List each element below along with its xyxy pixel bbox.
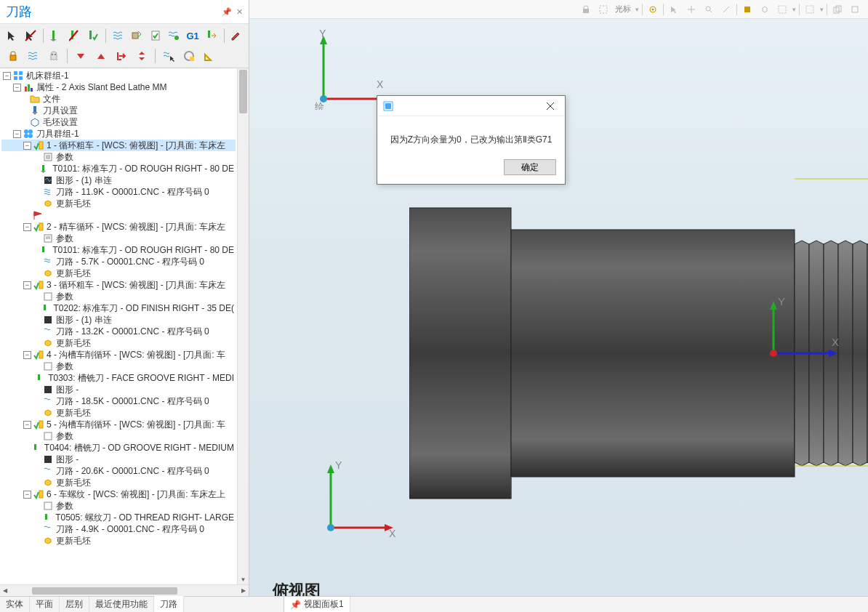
tool-settings-icon [29, 105, 41, 116]
tool-icon [40, 302, 52, 314]
pin-icon[interactable]: 📌 [222, 7, 232, 17]
waves2-icon[interactable] [25, 47, 42, 65]
path-icon [42, 186, 54, 198]
arrow-icon[interactable] [667, 2, 681, 17]
waves-dot-icon[interactable] [166, 27, 182, 44]
axis-gnomon-right: Y X [737, 295, 846, 392]
svg-rect-45 [44, 386, 52, 393]
vertical-scrollbar[interactable]: ▲ ▼ [237, 68, 249, 584]
clip-icon[interactable] [848, 2, 862, 17]
tool-green-icon[interactable] [48, 27, 64, 44]
expand-icon[interactable]: − [23, 142, 31, 150]
params-icon [42, 151, 54, 163]
op-icon [33, 221, 44, 233]
angle-icon[interactable] [201, 47, 218, 65]
display-icon[interactable] [775, 2, 789, 17]
cursor-label: 光标 [615, 4, 631, 15]
cross-icon[interactable] [684, 2, 699, 17]
circle-yellow-icon[interactable] [180, 47, 198, 65]
svg-point-24 [24, 134, 28, 138]
tab-solid[interactable]: 实体 [0, 597, 30, 612]
box-arrow-icon[interactable] [129, 27, 145, 44]
svg-text:Y: Y [778, 295, 785, 307]
stock-label[interactable]: 更新毛坯 [56, 197, 91, 210]
copy-icon[interactable] [830, 2, 845, 17]
dialog-close-button[interactable] [540, 99, 560, 113]
lock-icon[interactable] [4, 47, 22, 65]
gear-icon[interactable] [646, 2, 660, 17]
tab-plane[interactable]: 平面 [30, 597, 60, 612]
path-icon [42, 395, 54, 407]
tool-arrow-icon[interactable] [204, 27, 220, 44]
edit-icon[interactable] [228, 27, 244, 44]
deselect-icon[interactable] [23, 27, 39, 44]
path-icon [42, 465, 54, 477]
operations-tree[interactable]: −机床群组-1 −属性 - 2 Axis Slant Bed Lathe MM … [0, 68, 237, 584]
lock-small-icon[interactable] [579, 2, 593, 17]
updown-icon[interactable] [133, 47, 150, 65]
svg-rect-31 [42, 165, 44, 171]
svg-text:Y: Y [335, 459, 342, 471]
params-icon [42, 500, 54, 512]
op-icon [33, 279, 44, 291]
expand-icon[interactable]: − [13, 84, 21, 92]
tool-icon [41, 512, 53, 523]
stock-label[interactable]: 更新毛坯 [56, 534, 91, 547]
geom-icon [42, 454, 54, 465]
horizontal-scrollbar[interactable]: ◀ ▶ [0, 584, 249, 596]
grid-icon[interactable] [803, 2, 817, 17]
svg-rect-54 [600, 6, 607, 13]
close-icon[interactable]: ✕ [236, 7, 243, 17]
cube-icon[interactable] [758, 2, 772, 17]
svg-rect-48 [34, 444, 36, 450]
dialog-ok-button[interactable]: 确定 [504, 159, 556, 175]
g1-icon[interactable]: G1 [185, 27, 201, 44]
waves-select-icon[interactable] [160, 47, 177, 65]
line-icon[interactable] [719, 2, 734, 17]
axis-gnomon-bl: Y X [322, 459, 402, 541]
flag-icon [32, 209, 44, 221]
select-icon[interactable] [4, 27, 20, 44]
tool-red-icon[interactable] [67, 27, 83, 44]
clipboard-icon[interactable] [148, 27, 164, 44]
svg-rect-16 [14, 76, 17, 80]
expand-icon[interactable]: − [3, 72, 11, 80]
svg-rect-51 [44, 502, 52, 510]
svg-rect-1 [52, 31, 55, 39]
expand-icon[interactable]: − [23, 351, 31, 359]
svg-rect-41 [44, 316, 52, 323]
expand-icon[interactable]: − [23, 421, 31, 429]
tab-toolpath[interactable]: 刀路 [154, 596, 184, 612]
stock-icon [29, 116, 41, 128]
svg-line-61 [723, 7, 729, 12]
svg-rect-37 [42, 246, 44, 252]
tab-recent[interactable]: 最近使用功能 [89, 597, 154, 612]
viewport-tab-1[interactable]: 📌视图面板1 [284, 597, 350, 612]
svg-rect-18 [25, 86, 27, 92]
expand-icon[interactable]: − [23, 281, 31, 289]
op-icon [33, 140, 44, 151]
up-triangle-icon[interactable] [92, 47, 110, 65]
svg-marker-96 [829, 350, 837, 357]
panel-title: 刀路 [6, 3, 32, 20]
ghost-icon[interactable] [45, 47, 63, 65]
geom-icon [42, 314, 54, 326]
svg-rect-50 [39, 491, 43, 498]
expand-icon[interactable]: − [13, 130, 21, 138]
tool-check-icon[interactable] [85, 27, 101, 44]
cursor-icon[interactable] [596, 2, 611, 17]
expand-icon[interactable]: − [23, 491, 31, 499]
svg-rect-40 [44, 305, 46, 310]
expand-icon[interactable]: − [23, 223, 31, 231]
3d-viewport[interactable]: Y X 绘 [249, 19, 868, 596]
viewport-toolbar: 光标 ▾ ▾ ▾ [249, 0, 868, 19]
update-stock-icon [42, 477, 54, 488]
waves-icon[interactable] [110, 27, 126, 44]
bracket-arrow-icon[interactable] [113, 47, 130, 65]
solid-icon[interactable] [740, 2, 755, 17]
dialog-titlebar[interactable] [377, 96, 565, 116]
zoom-icon[interactable] [702, 2, 716, 17]
down-triangle-icon[interactable] [72, 47, 89, 65]
tab-layer[interactable]: 层别 [60, 597, 89, 612]
dialog-message: 因为Z方向余量为0，已改为输出第Ⅱ类G71 [377, 116, 565, 153]
